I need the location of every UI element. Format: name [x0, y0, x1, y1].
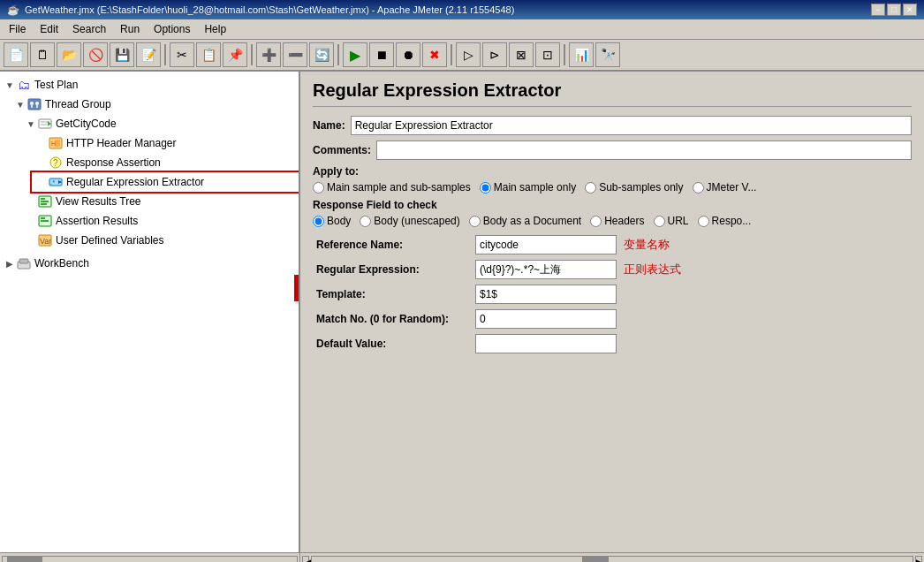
name-input[interactable]	[351, 116, 912, 135]
tree-scroll-thumb[interactable]	[7, 557, 42, 563]
close-button[interactable]: 🚫	[83, 42, 108, 67]
apply-to-group: Main sample and sub-samples Main sample …	[313, 181, 912, 194]
open-button[interactable]: 📂	[57, 42, 81, 67]
template-row: Template:	[313, 282, 912, 307]
response-url[interactable]: URL	[654, 215, 689, 227]
expand-icon-get-city-code: ▼	[25, 119, 37, 129]
template-input[interactable]	[475, 285, 617, 304]
minimize-button[interactable]: −	[871, 4, 885, 16]
thread-group-label: Thread Group	[45, 98, 111, 110]
response-other[interactable]: Respo...	[698, 215, 752, 227]
remote-stop-all-button[interactable]: ⊡	[535, 42, 560, 67]
tree-item-test-plan[interactable]: ▼ 🗂 Test Plan	[0, 75, 299, 95]
maximize-button[interactable]: □	[887, 4, 901, 16]
apply-to-jmeter-variable[interactable]: JMeter V...	[693, 181, 757, 194]
title-bar: ☕ GetWeather.jmx (E:\StashFolder\huoli_2…	[0, 0, 924, 19]
regex-label: Regular Expression:	[313, 257, 472, 282]
http-header-manager-label: HTTP Header Manager	[66, 137, 177, 149]
apply-to-sub-only[interactable]: Sub-samples only	[585, 181, 683, 194]
remove-button[interactable]: ➖	[283, 42, 307, 67]
scroll-left-btn[interactable]: ◀	[302, 556, 309, 563]
bottom-bar: ◀ ▶	[0, 552, 924, 562]
response-body-unescaped[interactable]: Body (unescaped)	[360, 215, 459, 227]
expand-icon-test-plan: ▼	[4, 80, 16, 90]
default-value-input[interactable]	[475, 334, 617, 353]
content-scrollbar[interactable]	[311, 556, 913, 563]
tree-item-view-results-tree[interactable]: View Results Tree	[21, 192, 299, 211]
scroll-right-btn[interactable]: ▶	[915, 556, 922, 563]
copy-button[interactable]: 📋	[196, 42, 221, 67]
new-button[interactable]: 📄	[4, 42, 28, 67]
test-plan-label: Test Plan	[34, 79, 78, 91]
comments-row: Comments:	[313, 140, 912, 160]
svg-point-2	[35, 102, 39, 105]
help-button[interactable]: 🔭	[595, 42, 620, 67]
response-field-label: Response Field to check	[313, 199, 912, 211]
svg-rect-27	[19, 259, 28, 263]
menu-search[interactable]: Search	[67, 21, 111, 37]
tree-item-workbench[interactable]: ▶ WorkBench	[0, 254, 299, 273]
svg-rect-0	[28, 99, 41, 110]
menu-options[interactable]: Options	[148, 21, 195, 37]
match-no-input[interactable]	[475, 309, 617, 329]
user-defined-variables-label: User Defined Variables	[56, 234, 164, 247]
tree-item-regex-extractor[interactable]: .* Regular Expression Extractor	[32, 172, 299, 192]
clear-button[interactable]: 🔄	[309, 42, 334, 67]
template-label: Template:	[313, 282, 472, 307]
tree-scrollbar[interactable]	[2, 556, 298, 563]
get-city-code-icon	[37, 116, 53, 132]
tree-item-thread-group[interactable]: ▼ Thread Group	[11, 95, 299, 114]
fields-table: Reference Name: 变量名称 Regular Expression:…	[313, 232, 912, 356]
cut-button[interactable]: ✂	[170, 42, 194, 67]
selection-indicator	[294, 275, 299, 301]
paste-button[interactable]: 📌	[223, 42, 247, 67]
save-as-button[interactable]: 📝	[136, 42, 161, 67]
menu-bar: File Edit Search Run Options Help	[0, 19, 924, 40]
menu-edit[interactable]: Edit	[34, 21, 64, 37]
run-button[interactable]: ▶	[343, 42, 367, 67]
save-button[interactable]: 💾	[110, 42, 134, 67]
templates-button[interactable]: 🗒	[30, 42, 55, 67]
tree-item-user-defined-variables[interactable]: Var User Defined Variables	[21, 231, 299, 250]
name-label: Name:	[313, 119, 345, 132]
close-button[interactable]: ✕	[903, 4, 917, 16]
tree-item-get-city-code[interactable]: ▼ GetCityCode	[21, 114, 299, 133]
tree-item-response-assertion[interactable]: ? Response Assertion	[32, 153, 299, 172]
regex-row: Regular Expression: 正则表达式	[313, 257, 912, 282]
remote-start-all-button[interactable]: ⊳	[482, 42, 507, 67]
remote-stop-button[interactable]: ⊠	[509, 42, 534, 67]
separator-2	[251, 44, 253, 65]
reference-name-input[interactable]	[475, 235, 617, 254]
add-button[interactable]: ➕	[256, 42, 281, 67]
comments-input[interactable]	[376, 140, 912, 160]
window-title: GetWeather.jmx (E:\StashFolder\huoli_28@…	[25, 4, 514, 15]
content-scroll-thumb[interactable]	[582, 557, 609, 563]
stop-button[interactable]: ✖	[422, 42, 447, 67]
response-headers[interactable]: Headers	[590, 215, 644, 227]
apply-to-main-only[interactable]: Main sample only	[480, 181, 576, 194]
menu-file[interactable]: File	[4, 21, 31, 37]
reference-name-annotation: 变量名称	[624, 237, 670, 253]
tree-item-http-header-manager[interactable]: H HTTP Header Manager	[32, 133, 299, 153]
http-header-icon: H	[48, 135, 64, 151]
response-body[interactable]: Body	[313, 215, 351, 227]
apply-to-main-sub[interactable]: Main sample and sub-samples	[313, 181, 471, 194]
stop-threads-button[interactable]: ⏹	[369, 42, 394, 67]
tree-item-assertion-results[interactable]: Assertion Results	[21, 211, 299, 231]
toolbar: 📄 🗒 📂 🚫 💾 📝 ✂ 📋 📌 ➕ ➖ 🔄 ▶ ⏹ ⏺ ✖ ▷ ⊳ ⊠ ⊡ …	[0, 40, 924, 72]
response-body-document[interactable]: Body as a Document	[469, 215, 581, 227]
function-helper-button[interactable]: 📊	[569, 42, 594, 67]
menu-run[interactable]: Run	[115, 21, 145, 37]
remote-start-button[interactable]: ▷	[456, 42, 481, 67]
reference-name-row: Reference Name: 变量名称	[313, 232, 912, 257]
workbench-icon	[16, 255, 32, 271]
menu-help[interactable]: Help	[199, 21, 231, 37]
separator-5	[564, 44, 565, 65]
match-no-label: Match No. (0 for Random):	[313, 307, 472, 331]
tree-panel: ▼ 🗂 Test Plan ▼ Thread Group ▼ GetCityCo…	[0, 72, 300, 552]
shutdown-button[interactable]: ⏺	[396, 42, 420, 67]
match-no-row: Match No. (0 for Random):	[313, 307, 912, 331]
regex-input[interactable]	[475, 260, 617, 279]
window-controls[interactable]: − □ ✕	[871, 4, 917, 16]
response-assertion-icon: ?	[48, 155, 64, 171]
